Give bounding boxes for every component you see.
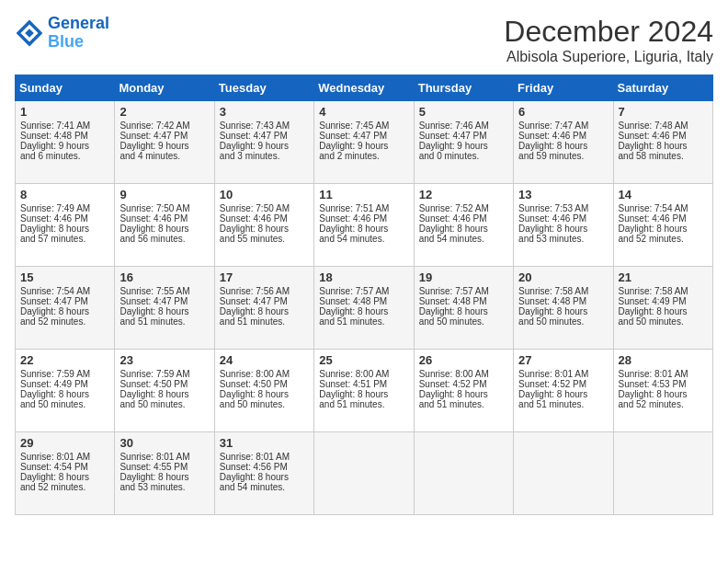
calendar-cell: 30Sunrise: 8:01 AMSunset: 4:55 PMDayligh…: [115, 432, 214, 515]
calendar-cell: 5Sunrise: 7:46 AMSunset: 4:47 PMDaylight…: [414, 101, 513, 184]
cell-info-line: Daylight: 8 hours: [518, 224, 608, 234]
cell-info-line: Sunrise: 8:00 AM: [220, 369, 309, 379]
calendar-cell: 3Sunrise: 7:43 AMSunset: 4:47 PMDaylight…: [214, 101, 313, 184]
calendar-cell: 18Sunrise: 7:57 AMSunset: 4:48 PMDayligh…: [314, 267, 414, 350]
day-number: 3: [220, 105, 309, 119]
cell-info-line: Sunset: 4:55 PM: [119, 462, 209, 472]
calendar-cell: 25Sunrise: 8:00 AMSunset: 4:51 PMDayligh…: [314, 350, 414, 432]
cell-info-line: Daylight: 8 hours: [20, 306, 109, 316]
day-number: 26: [419, 353, 508, 367]
day-header-tuesday: Tuesday: [214, 75, 313, 101]
calendar-cell: 7Sunrise: 7:48 AMSunset: 4:46 PMDaylight…: [613, 101, 712, 184]
cell-info-line: and 56 minutes.: [119, 234, 209, 244]
cell-info-line: and 50 minutes.: [518, 316, 608, 327]
cell-info-line: Sunrise: 7:54 AM: [619, 203, 708, 213]
cell-info-line: Sunrise: 7:45 AM: [319, 121, 408, 131]
cell-info-line: and 54 minutes.: [319, 234, 408, 244]
cell-info-line: Sunset: 4:51 PM: [319, 379, 408, 389]
cell-info-line: and 51 minutes.: [518, 399, 608, 409]
cell-info-line: Sunset: 4:52 PM: [518, 379, 608, 389]
cell-info-line: Sunrise: 7:52 AM: [419, 203, 508, 213]
cell-info-line: Sunrise: 7:50 AM: [220, 203, 309, 213]
cell-info-line: Sunrise: 7:55 AM: [119, 286, 209, 296]
cell-info-line: and 58 minutes.: [619, 151, 708, 161]
cell-info-line: and 50 minutes.: [220, 399, 309, 409]
cell-info-line: Daylight: 8 hours: [20, 389, 109, 399]
cell-info-line: Daylight: 8 hours: [119, 389, 209, 399]
cell-info-line: Sunrise: 7:58 AM: [619, 286, 708, 296]
calendar-cell: 8Sunrise: 7:49 AMSunset: 4:46 PMDaylight…: [16, 184, 115, 267]
cell-info-line: Sunrise: 8:01 AM: [220, 452, 309, 462]
day-number: 2: [119, 105, 209, 119]
logo-icon: [15, 18, 44, 48]
logo: General Blue: [15, 15, 109, 52]
cell-info-line: Daylight: 9 hours: [319, 141, 408, 151]
calendar-cell: 19Sunrise: 7:57 AMSunset: 4:48 PMDayligh…: [414, 267, 513, 350]
cell-info-line: and 52 minutes.: [619, 234, 708, 244]
cell-info-line: and 2 minutes.: [319, 151, 408, 161]
calendar-week-row: 1Sunrise: 7:41 AMSunset: 4:48 PMDaylight…: [16, 101, 713, 184]
cell-info-line: Sunrise: 7:50 AM: [119, 203, 209, 213]
cell-info-line: Sunset: 4:46 PM: [220, 213, 309, 224]
cell-info-line: Sunrise: 8:01 AM: [518, 369, 608, 379]
day-number: 28: [619, 353, 708, 367]
cell-info-line: Daylight: 8 hours: [119, 224, 209, 234]
cell-info-line: and 50 minutes.: [20, 399, 109, 409]
cell-info-line: Sunrise: 8:01 AM: [619, 369, 708, 379]
cell-info-line: Sunset: 4:49 PM: [619, 296, 708, 306]
cell-info-line: Daylight: 8 hours: [220, 472, 309, 482]
cell-info-line: Sunset: 4:47 PM: [319, 131, 408, 141]
cell-info-line: Sunrise: 7:59 AM: [119, 369, 209, 379]
day-number: 23: [119, 353, 209, 367]
cell-info-line: and 51 minutes.: [319, 316, 408, 327]
cell-info-line: Daylight: 8 hours: [518, 141, 608, 151]
calendar-week-row: 22Sunrise: 7:59 AMSunset: 4:49 PMDayligh…: [16, 350, 713, 432]
day-number: 7: [619, 105, 708, 119]
day-number: 5: [419, 105, 508, 119]
calendar-cell: 11Sunrise: 7:51 AMSunset: 4:46 PMDayligh…: [314, 184, 414, 267]
day-number: 18: [319, 270, 408, 284]
calendar-cell: 23Sunrise: 7:59 AMSunset: 4:50 PMDayligh…: [115, 350, 214, 432]
cell-info-line: Sunrise: 7:48 AM: [619, 121, 708, 131]
cell-info-line: Sunset: 4:46 PM: [119, 213, 209, 224]
day-number: 14: [619, 188, 708, 201]
day-number: 15: [20, 270, 109, 284]
cell-info-line: Sunset: 4:46 PM: [619, 131, 708, 141]
cell-info-line: Daylight: 9 hours: [419, 141, 508, 151]
calendar-cell: 4Sunrise: 7:45 AMSunset: 4:47 PMDaylight…: [314, 101, 414, 184]
cell-info-line: Daylight: 8 hours: [220, 306, 309, 316]
cell-info-line: Daylight: 8 hours: [319, 389, 408, 399]
cell-info-line: Sunset: 4:54 PM: [20, 462, 109, 472]
calendar-cell: [514, 432, 613, 515]
day-number: 8: [20, 188, 109, 201]
calendar-cell: 6Sunrise: 7:47 AMSunset: 4:46 PMDaylight…: [514, 101, 613, 184]
cell-info-line: Daylight: 8 hours: [619, 389, 708, 399]
cell-info-line: Daylight: 8 hours: [419, 224, 508, 234]
cell-info-line: Sunrise: 7:47 AM: [518, 121, 608, 131]
cell-info-line: Sunrise: 7:42 AM: [119, 121, 209, 131]
calendar-cell: 28Sunrise: 8:01 AMSunset: 4:53 PMDayligh…: [613, 350, 712, 432]
cell-info-line: and 6 minutes.: [20, 151, 109, 161]
cell-info-line: Daylight: 8 hours: [319, 224, 408, 234]
day-number: 24: [220, 353, 309, 367]
day-number: 17: [220, 270, 309, 284]
day-number: 9: [119, 188, 209, 201]
calendar-cell: 26Sunrise: 8:00 AMSunset: 4:52 PMDayligh…: [414, 350, 513, 432]
day-header-thursday: Thursday: [414, 75, 513, 101]
calendar-cell: 14Sunrise: 7:54 AMSunset: 4:46 PMDayligh…: [613, 184, 712, 267]
calendar-cell: 15Sunrise: 7:54 AMSunset: 4:47 PMDayligh…: [16, 267, 115, 350]
day-number: 13: [518, 188, 608, 201]
day-header-saturday: Saturday: [613, 75, 712, 101]
cell-info-line: Sunset: 4:50 PM: [220, 379, 309, 389]
cell-info-line: and 3 minutes.: [220, 151, 309, 161]
calendar-header-row: SundayMondayTuesdayWednesdayThursdayFrid…: [16, 75, 713, 101]
cell-info-line: and 54 minutes.: [419, 234, 508, 244]
day-header-sunday: Sunday: [16, 75, 115, 101]
cell-info-line: Sunrise: 7:59 AM: [20, 369, 109, 379]
cell-info-line: Daylight: 8 hours: [119, 306, 209, 316]
day-header-monday: Monday: [115, 75, 214, 101]
cell-info-line: Daylight: 8 hours: [518, 389, 608, 399]
cell-info-line: and 51 minutes.: [319, 399, 408, 409]
page-header: General Blue December 2024 Albisola Supe…: [15, 15, 713, 65]
day-number: 16: [119, 270, 209, 284]
